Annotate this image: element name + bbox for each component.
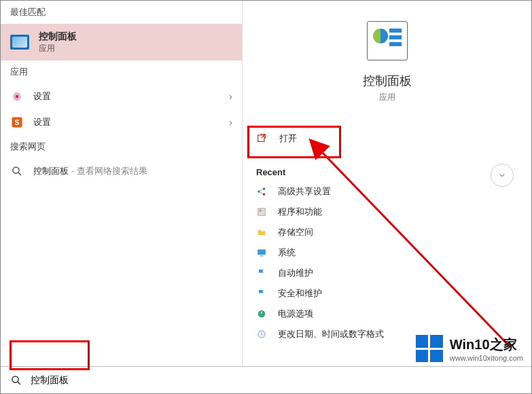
watermark-url: www.win10xitong.com [450,354,523,362]
recent-item[interactable]: 系统 [243,243,531,263]
web-label: 控制面板 [33,165,69,177]
svg-rect-14 [260,255,264,256]
app-hero: 控制面板 应用 [243,21,531,103]
app-item-settings-1[interactable]: 设置 › [1,84,242,109]
svg-rect-11 [258,209,266,216]
app-item-settings-2[interactable]: S 设置 › [1,109,242,135]
search-icon [10,164,24,178]
svg-text:S: S [14,118,19,126]
gear-icon [10,90,24,103]
power-icon [256,308,267,319]
search-results-pane: 最佳匹配 控制面板 应用 应用 设置 › S 设置 › 搜索网页 控制面板 - … [1,1,242,368]
flag-icon [256,288,267,299]
svg-point-7 [263,187,266,190]
watermark: Win10之家 www.win10xitong.com [416,335,523,362]
watermark-title: Win10之家 [450,336,523,354]
recent-item[interactable]: 存储空间 [243,222,531,243]
folder-icon [256,227,267,238]
svg-point-8 [263,193,266,196]
svg-point-17 [12,376,18,382]
clock-icon [256,329,267,340]
search-bar[interactable] [1,366,531,393]
chevron-right-icon: › [229,91,232,102]
recent-header: Recent [243,154,531,181]
hero-title: 控制面板 [243,73,531,89]
best-match-title: 控制面板 [39,31,77,43]
chevron-down-icon [497,171,507,180]
web-header: 搜索网页 [1,135,242,158]
svg-line-18 [18,382,20,384]
web-suffix: - 查看网络搜索结果 [71,165,147,177]
share-icon [256,186,267,197]
search-input[interactable] [31,375,200,386]
open-button[interactable]: 打开 [243,124,531,154]
preview-pane: 控制面板 应用 打开 Recent 高级共享设置 程序和功能 存储空间 系统 [242,1,531,368]
sogou-icon: S [10,115,24,129]
app-label: 设置 [33,90,51,103]
best-match-header: 最佳匹配 [1,1,242,24]
open-label: 打开 [279,132,297,145]
best-match-item[interactable]: 控制面板 应用 [1,24,242,60]
apps-header: 应用 [1,60,242,84]
program-icon [256,207,267,217]
search-icon [10,374,22,387]
recent-item[interactable]: 程序和功能 [243,202,531,222]
recent-item[interactable]: 电源选项 [243,304,531,324]
recent-item[interactable]: 高级共享设置 [243,181,531,202]
system-icon [256,247,267,258]
control-panel-icon [10,35,29,50]
hero-subtitle: 应用 [243,92,531,103]
svg-rect-12 [260,210,262,212]
open-icon [256,132,268,145]
recent-item[interactable]: 安全和维护 [243,283,531,304]
recent-list: 高级共享设置 程序和功能 存储空间 系统 自动维护 安全和维护 电源选项 更改 [243,181,531,344]
windows-logo-icon [416,335,443,362]
best-match-subtitle: 应用 [39,43,77,54]
expand-button[interactable] [491,164,514,187]
control-panel-large-icon [367,21,408,60]
svg-point-3 [13,167,19,173]
svg-line-9 [260,190,263,192]
svg-rect-13 [258,249,266,255]
svg-line-4 [18,173,21,175]
web-search-item[interactable]: 控制面板 - 查看网络搜索结果 [1,158,242,184]
svg-line-10 [260,192,263,194]
flag-icon [256,268,267,279]
recent-item[interactable]: 自动维护 [243,263,531,283]
svg-point-6 [258,190,260,193]
chevron-right-icon: › [229,117,232,128]
app-label: 设置 [33,116,51,128]
